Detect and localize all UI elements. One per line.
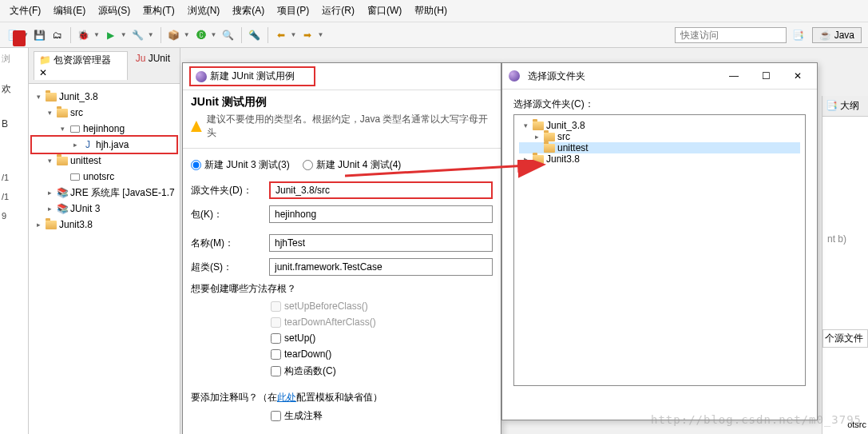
tab-package-explorer[interactable]: 📁 包资源管理器 ✕ [34, 51, 128, 80]
tree-junit3-library[interactable]: ▸📚JUnit 3 [32, 201, 176, 217]
checkbox-generate-comments[interactable]: 生成注释 [271, 409, 382, 423]
source-folder-input[interactable] [269, 181, 493, 199]
label-stubs-question: 想要创建哪些方法存根？ [191, 282, 493, 296]
fs-tree-project-2[interactable]: ▸Junit3.8 [519, 153, 800, 165]
checkbox-setupbeforeclass[interactable]: setUpBeforeClass() [271, 301, 382, 312]
menu-edit[interactable]: 编辑(E) [50, 2, 89, 19]
debug-icon[interactable]: 🐞 [77, 29, 90, 42]
quick-access-input[interactable] [675, 27, 787, 43]
menu-file[interactable]: 文件(F) [6, 2, 44, 19]
code-hint-text: nt b) [822, 229, 868, 249]
radio-junit4[interactable]: 新建 JUnit 4 测试(4) [303, 158, 402, 172]
package-tree: ▾Junit_3.8 ▾src ▾hejinhong ▸Jhjh.java ▾u… [29, 84, 180, 237]
chevron-down-icon[interactable]: ▼ [211, 31, 217, 38]
dialog-warning: 建议不要使用的类型名。根据约定，Java 类型名通常以大写字母开头 [191, 113, 493, 140]
tree-package[interactable]: ▾hejinhong [32, 121, 176, 137]
outline-view: 📑 大纲 nt b) 个源文件 otsrc [822, 96, 868, 434]
eclipse-icon [196, 71, 207, 82]
checkbox-setup[interactable]: setUp() [271, 332, 382, 344]
package-input[interactable] [269, 205, 493, 223]
chevron-down-icon[interactable]: ▼ [93, 31, 100, 38]
save-icon[interactable]: 💾 [34, 29, 46, 42]
label-select-folder: 选择源文件夹(C)： [513, 98, 806, 111]
maximize-button[interactable]: ☐ [753, 68, 779, 84]
label-package: 包(K)： [191, 208, 264, 221]
tab-junit[interactable]: Ju JUnit [131, 51, 175, 80]
label-name: 名称(M)： [191, 237, 264, 250]
tree-java-file[interactable]: ▸Jhjh.java [32, 137, 176, 153]
fs-tree-unittest[interactable]: unittest [519, 142, 800, 153]
tree-jre-library[interactable]: ▸📚JRE 系统库 [JavaSE-1.7 [32, 185, 176, 201]
java-perspective-button[interactable]: ☕ Java [812, 27, 862, 43]
dialog-heading: JUnit 测试用例 [191, 95, 493, 109]
forward-icon[interactable]: ➡ [301, 29, 314, 42]
tree-src-folder[interactable]: ▾src [32, 105, 176, 121]
minimize-button[interactable]: — [721, 68, 747, 84]
menu-source[interactable]: 源码(S) [95, 2, 133, 19]
label-superclass: 超类(S)： [191, 261, 264, 274]
source-folder-hint: 个源文件 [822, 329, 868, 348]
tree-project[interactable]: ▾Junit_3.8 [32, 89, 176, 105]
menu-bar: 文件(F) 编辑(E) 源码(S) 重构(T) 浏览(N) 搜索(A) 项目(P… [0, 0, 868, 22]
tree-unotsrc-package[interactable]: unotsrc [32, 169, 176, 185]
package-explorer-view: 📁 包资源管理器 ✕ Ju JUnit ▾Junit_3.8 ▾src ▾hej… [29, 48, 180, 434]
dialog-title: 新建 JUnit 测试用例 [189, 66, 315, 86]
close-button[interactable]: ✕ [785, 68, 811, 84]
external-tools-icon[interactable]: 🔧 [132, 29, 145, 42]
tab-outline[interactable]: 📑 大纲 [822, 96, 868, 117]
menu-project[interactable]: 项目(P) [274, 2, 312, 19]
run-icon[interactable]: ▶ [105, 29, 117, 42]
chevron-down-icon[interactable]: ▼ [184, 31, 190, 38]
chevron-down-icon[interactable]: ▼ [121, 31, 127, 38]
radio-junit3[interactable]: 新建 JUnit 3 测试(3) [191, 158, 290, 172]
new-class-icon[interactable]: 🅒 [195, 29, 208, 42]
new-package-icon[interactable]: 📦 [168, 29, 180, 42]
open-type-icon[interactable]: 🔍 [222, 29, 235, 42]
dialog-fs-title: 选择源文件夹 [528, 70, 585, 83]
checkbox-teardown[interactable]: tearDown() [271, 348, 382, 360]
menu-help[interactable]: 帮助(H) [411, 2, 450, 19]
new-junit-test-dialog: 新建 JUnit 测试用例 JUnit 测试用例 建议不要使用的类型名。根据约定… [182, 62, 501, 434]
folder-tree: ▾Junit_3.8 ▸src unittest ▸Junit3.8 [513, 114, 806, 386]
menu-window[interactable]: 窗口(W) [364, 2, 405, 19]
tree-project-2[interactable]: ▸Junit3.8 [32, 217, 176, 233]
warning-icon [191, 121, 202, 132]
menu-refactor[interactable]: 重构(T) [140, 2, 177, 19]
superclass-input[interactable] [269, 258, 493, 276]
open-perspective-icon[interactable]: 📑 [791, 29, 804, 42]
name-input[interactable] [269, 234, 493, 252]
red-marker [13, 30, 26, 46]
back-icon[interactable]: ⬅ [275, 29, 287, 42]
menu-navigate[interactable]: 浏览(N) [184, 2, 224, 19]
chevron-down-icon[interactable]: ▼ [291, 31, 297, 38]
fs-tree-src[interactable]: ▸src [519, 131, 800, 142]
otsrc-text: otsrc [847, 420, 866, 429]
chevron-down-icon[interactable]: ▼ [148, 31, 154, 38]
label-source-folder: 源文件夹(D)： [191, 184, 264, 197]
menu-run[interactable]: 运行(R) [319, 2, 358, 19]
menu-search[interactable]: 搜索(A) [229, 2, 268, 19]
eclipse-icon [509, 70, 520, 82]
select-source-folder-dialog: 选择源文件夹 — ☐ ✕ 选择源文件夹(C)： ▾Junit_3.8 ▸src … [501, 62, 818, 420]
checkbox-teardownafterclass[interactable]: tearDownAfterClass() [271, 317, 382, 328]
save-all-icon[interactable]: 🗂 [51, 29, 64, 42]
checkbox-constructor[interactable]: 构造函数(C) [271, 364, 382, 378]
search-icon[interactable]: 🔦 [248, 29, 261, 42]
link-configure-here[interactable]: 此处 [277, 392, 296, 403]
chevron-down-icon[interactable]: ▼ [317, 31, 323, 38]
main-toolbar: 📄▼ 💾 🗂 🐞▼ ▶▼ 🔧▼ 📦▼ 🅒▼ 🔍 🔦 ⬅▼ ➡▼ 📑 ☕ Java [0, 22, 868, 48]
left-edge-text: 浏 欢 B /1 /1 9 [0, 48, 29, 434]
fs-tree-project[interactable]: ▾Junit_3.8 [519, 120, 800, 131]
perspective-label: Java [834, 30, 854, 41]
label-comments-question: 要添加注释吗？（在此处配置模板和缺省值） [191, 391, 493, 404]
tree-unittest-folder[interactable]: ▾unittest [32, 153, 176, 169]
